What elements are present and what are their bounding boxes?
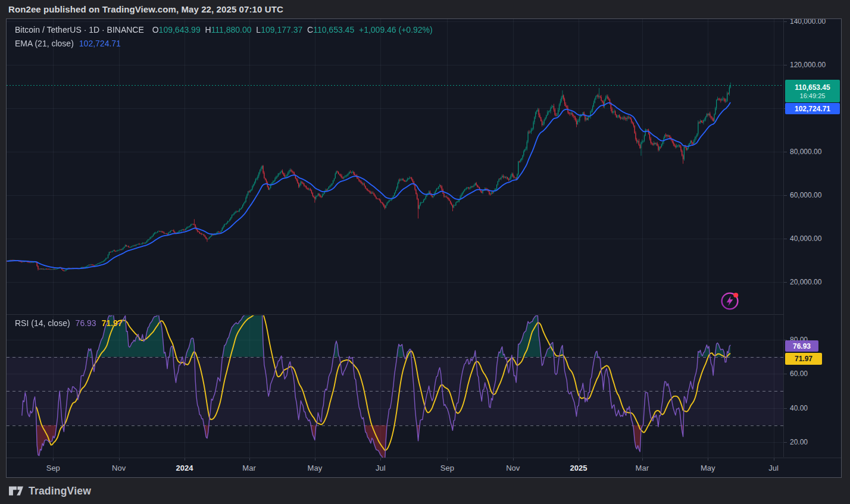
last-price-value: 110,653.45 [795, 83, 830, 92]
rsi-ma-value: 71.97 [102, 318, 123, 328]
bar-countdown: 16:49:25 [800, 92, 826, 99]
price-axis[interactable]: 140,000.00 120,000.00 100,000.00 80,000.… [783, 19, 841, 457]
time-axis-tick-mark [249, 458, 250, 461]
price-axis-tick: 20,000.00 [784, 277, 841, 287]
time-axis-tick: 2024 [176, 464, 193, 472]
publish-bar: Ron2ee published on TradingView.com, May… [8, 0, 283, 18]
time-axis-tick: Nov [112, 464, 126, 472]
time-axis-tick-mark [708, 458, 708, 461]
time-axis-tick-mark [579, 458, 579, 461]
change-value: +1,009.46 (+0.92%) [359, 25, 433, 35]
tradingview-logo-icon[interactable] [8, 484, 24, 498]
time-axis-tick-mark [774, 458, 774, 461]
time-axis-tick-mark [447, 458, 448, 461]
rsi-ma-value-label: 71.97 [785, 353, 822, 365]
page: Ron2ee published on TradingView.com, May… [0, 0, 850, 504]
time-axis-tick-mark [119, 458, 120, 461]
rsi-legend[interactable]: RSI (14, close)76.9371.97 [15, 318, 123, 328]
time-axis-tick-mark [513, 458, 514, 461]
time-axis[interactable]: Sep Nov 2024 Mar May Jul Sep Nov 2025 Ma… [7, 458, 841, 477]
price-axis-tick: 60,000.00 [784, 190, 841, 200]
time-axis-tick-mark [53, 458, 54, 461]
price-axis-tick: 120,000.00 [784, 60, 841, 70]
ohlc-low: L109,177.37 [256, 25, 302, 35]
flash-icon [719, 290, 740, 312]
time-axis-tick: May [308, 464, 323, 472]
price-pane-canvas[interactable] [7, 19, 783, 315]
price-axis-tick: 140,000.00 [784, 19, 841, 26]
time-axis-tick: Mar [242, 464, 255, 472]
time-axis-tick-mark [642, 458, 643, 461]
rsi-pane-canvas[interactable] [7, 315, 783, 458]
notification-dot [733, 293, 738, 298]
time-axis-tick: 2025 [570, 464, 588, 472]
time-axis-tick: Mar [636, 464, 649, 472]
rsi-value-label: 76.93 [785, 340, 818, 352]
time-axis-tick: Jul [376, 464, 386, 472]
time-axis-tick: May [701, 464, 715, 472]
publish-text: Ron2ee published on TradingView.com, May… [8, 4, 283, 14]
ema-legend[interactable]: EMA (21, close)102,724.71 [15, 39, 121, 48]
rsi-axis-tick: 60.00 [784, 369, 841, 378]
ohlc-close: C110,653.45 [307, 25, 354, 35]
symbol-legend[interactable]: Bitcoin / TetherUS · 1D · BINANCE O109,6… [15, 25, 433, 35]
footer: TradingView [8, 482, 91, 500]
ohlc-high: H111,880.00 [205, 25, 251, 35]
price-axis-tick: 40,000.00 [784, 234, 841, 243]
time-axis-tick: Nov [506, 464, 520, 472]
ema-value: 102,724.71 [79, 39, 121, 48]
flash-button[interactable] [719, 290, 740, 312]
time-axis-tick: Sep [46, 464, 60, 472]
rsi-axis-tick: 20.00 [784, 437, 841, 447]
rsi-value: 76.93 [76, 318, 96, 328]
ema-price-label: 102,724.71 [785, 103, 840, 114]
chart-widget: Bitcoin / TetherUS · 1D · BINANCE O109,6… [6, 18, 842, 478]
time-axis-tick-mark [380, 458, 381, 461]
time-axis-tick: Jul [768, 464, 779, 472]
ema-label: EMA (21, close) [15, 39, 74, 48]
time-axis-tick: Sep [440, 464, 454, 472]
ohlc-open: O109,643.99 [152, 25, 201, 35]
tradingview-brand[interactable]: TradingView [29, 485, 91, 497]
rsi-label: RSI (14, close) [15, 318, 70, 328]
price-axis-tick: 80,000.00 [784, 147, 841, 156]
rsi-axis-tick: 40.00 [784, 403, 841, 413]
pane-divider[interactable] [7, 314, 783, 315]
chart-widget-inner: Bitcoin / TetherUS · 1D · BINANCE O109,6… [7, 19, 841, 477]
time-axis-tick-mark [185, 458, 185, 461]
last-price-label: 110,653.45 16:49:25 [785, 80, 840, 102]
symbol-title[interactable]: Bitcoin / TetherUS · 1D · BINANCE [15, 25, 144, 35]
time-axis-tick-mark [315, 458, 315, 461]
